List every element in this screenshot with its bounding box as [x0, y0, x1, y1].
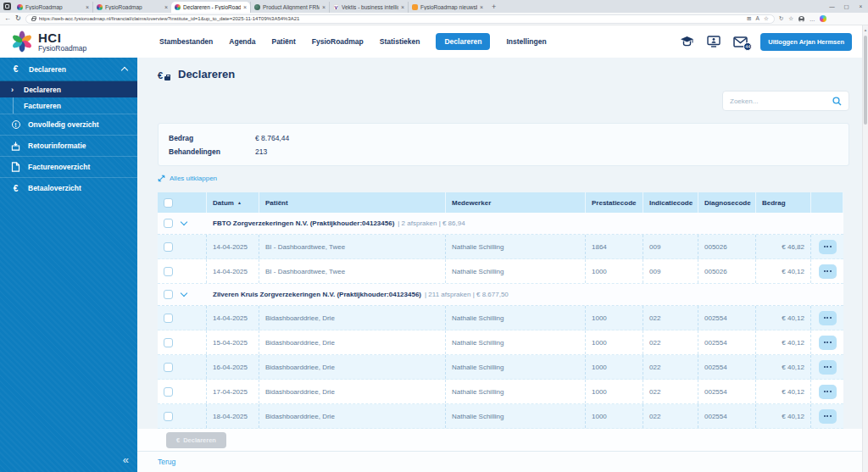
expand-all-link[interactable]: Alles uitklappen	[158, 175, 217, 182]
browser-tab[interactable]: FysioRoadmap ×	[92, 2, 171, 13]
scroll-up-icon[interactable]: ▴	[863, 27, 868, 32]
window-minimize-button[interactable]: —	[825, 3, 839, 9]
sidebar-item-factureren[interactable]: Factureren	[0, 97, 137, 114]
browser-tab-active[interactable]: Declareren - FysioRoadmap ×	[171, 2, 250, 13]
page-url: https://web-acc.fysioroadmap.nl/financia…	[39, 16, 743, 21]
tab-close-icon[interactable]: ×	[322, 4, 326, 10]
sidebar-item-onvolledig-overzicht[interactable]: ! Onvolledig overzicht	[0, 114, 137, 135]
profile-icon[interactable]	[798, 16, 804, 22]
tab-actions-icon[interactable]	[3, 3, 11, 10]
browser-tab[interactable]: FysioRoadmap nieuwsbrief | no... ×	[408, 2, 487, 13]
new-tab-button[interactable]: +	[492, 3, 496, 11]
back-link[interactable]: Terug	[158, 458, 175, 466]
column-header-patient[interactable]: Patiënt	[259, 192, 446, 213]
row-actions-button[interactable]	[819, 360, 837, 375]
browser-logo-icon[interactable]	[820, 15, 826, 22]
chevron-down-icon[interactable]	[181, 290, 187, 297]
insurer-group-row: Zilveren Kruis Zorgverzekeringen N.V. (P…	[158, 284, 843, 306]
tab-close-icon[interactable]: ×	[243, 4, 247, 10]
claim-row: 14-04-2025 BI - Dashboardtwee, Twee Nath…	[158, 235, 843, 259]
table-footer-strip: € Declareren	[137, 429, 862, 451]
group-checkbox[interactable]	[164, 290, 173, 299]
group-checkbox[interactable]	[164, 219, 173, 228]
browser-tab[interactable]: V Vektis - business intelligence cen... …	[329, 2, 408, 13]
window-maximize-button[interactable]: ▢	[839, 3, 854, 10]
url-field[interactable]: https://web-acc.fysioroadmap.nl/financia…	[25, 14, 775, 24]
lock-icon	[31, 18, 36, 21]
tab-close-icon[interactable]: ×	[86, 4, 89, 10]
back-button[interactable]: ←	[4, 15, 11, 22]
declareren-submit-button-disabled[interactable]: € Declareren	[166, 432, 226, 448]
cell-diagnosecode: 005026	[698, 259, 756, 283]
row-actions-button[interactable]	[819, 409, 837, 424]
search-input[interactable]	[730, 97, 828, 105]
excel-file-favicon	[254, 4, 260, 10]
expand-all-label: Alles uitklappen	[170, 175, 217, 182]
row-checkbox[interactable]	[164, 267, 173, 276]
sidebar-item-label: Declareren	[24, 86, 61, 94]
claim-row: 17-04-2025 Bidashboarddriee, Drie Nathal…	[158, 380, 843, 404]
chevron-down-icon[interactable]	[181, 219, 187, 225]
column-header-indicatiecode[interactable]: Indicatiecode	[643, 192, 698, 213]
cell-prestatiecode: 1000	[586, 306, 643, 330]
favorite-star-icon[interactable]: ☆	[764, 15, 769, 22]
cell-indicatiecode: 022	[643, 330, 698, 354]
row-actions-button[interactable]	[819, 240, 837, 254]
nav-instellingen[interactable]: Instellingen	[506, 37, 546, 46]
vertical-scrollbar[interactable]: ▴	[862, 25, 868, 472]
tab-close-icon[interactable]: ×	[480, 4, 483, 10]
summary-panel: Bedrag € 8.764,44 Behandelingen 213	[158, 123, 849, 166]
nav-declareren[interactable]: Declareren	[436, 33, 490, 50]
sidebar-item-facturenoverzicht[interactable]: Facturenoverzicht	[0, 156, 137, 177]
row-checkbox[interactable]	[164, 242, 173, 252]
nav-patient[interactable]: Patiënt	[271, 37, 295, 46]
read-aloud-icon[interactable]: A	[756, 15, 760, 22]
favorites-icon[interactable]: ☆	[788, 15, 793, 22]
education-cap-icon[interactable]	[680, 36, 694, 47]
sidebar-item-declareren[interactable]: › Declareren	[0, 81, 137, 97]
sidebar-item-betaaloverzicht[interactable]: € Betaaloverzicht	[0, 177, 137, 198]
row-checkbox[interactable]	[164, 412, 173, 421]
row-actions-button[interactable]	[819, 385, 837, 399]
more-menu-icon[interactable]: …	[810, 16, 815, 22]
row-actions-button[interactable]	[819, 264, 837, 279]
row-checkbox[interactable]	[164, 387, 173, 397]
row-actions-button[interactable]	[819, 311, 837, 325]
column-header-datum[interactable]: Datum▲	[207, 192, 259, 213]
window-close-button[interactable]: ×	[854, 3, 868, 9]
search-icon[interactable]	[832, 97, 842, 106]
nav-agenda[interactable]: Agenda	[229, 37, 255, 46]
cell-diagnosecode: 002554	[698, 355, 756, 379]
row-checkbox[interactable]	[164, 314, 173, 323]
refresh-button[interactable]: ↻	[15, 15, 21, 22]
nav-statistieken[interactable]: Statistieken	[380, 37, 420, 46]
browser-tab[interactable]: Product Alignment FRM 2025.xlsx ×	[250, 2, 329, 13]
column-header-medewerker[interactable]: Medewerker	[446, 192, 586, 213]
mail-icon[interactable]: 44	[733, 36, 748, 47]
row-checkbox[interactable]	[164, 363, 173, 372]
screen-share-icon[interactable]	[707, 36, 721, 47]
cell-medewerker: Nathalie Schilling	[446, 355, 586, 379]
column-header-bedrag[interactable]: Bedrag	[756, 192, 811, 213]
row-checkbox[interactable]	[164, 338, 173, 347]
cell-patient: Bidashboarddriee, Drie	[259, 306, 446, 330]
tab-close-icon[interactable]: ×	[401, 4, 404, 10]
nav-stambestanden[interactable]: Stambestanden	[159, 37, 213, 46]
column-header-prestatiecode[interactable]: Prestatiecode	[586, 192, 643, 213]
column-header-diagnosecode[interactable]: Diagnosecode	[698, 192, 756, 213]
vektis-favicon: V	[333, 4, 339, 10]
scrollbar-thumb[interactable]	[864, 36, 867, 125]
logo-text: HCI FysioRoadmap	[38, 31, 86, 53]
praktijkhouder-number: 04123456	[362, 219, 392, 227]
tab-close-icon[interactable]: ×	[164, 4, 168, 10]
split-screen-icon[interactable]: ⊞	[747, 15, 751, 22]
nav-fysioroadmap[interactable]: FysioRoadmap	[312, 37, 364, 46]
row-actions-button[interactable]	[819, 336, 837, 350]
sidebar-item-retourinformatie[interactable]: Retourinformatie	[0, 135, 137, 156]
select-all-checkbox[interactable]	[164, 198, 173, 208]
sync-icon[interactable]: ↻	[779, 15, 783, 22]
browser-tab[interactable]: FysioRoadmap ×	[14, 2, 92, 13]
sidebar-collapse-icon[interactable]: «	[123, 453, 127, 466]
logout-button[interactable]: Uitloggen Arjan Hermsen	[760, 33, 852, 51]
sidebar-section-declareren[interactable]: € Declareren	[0, 58, 137, 81]
